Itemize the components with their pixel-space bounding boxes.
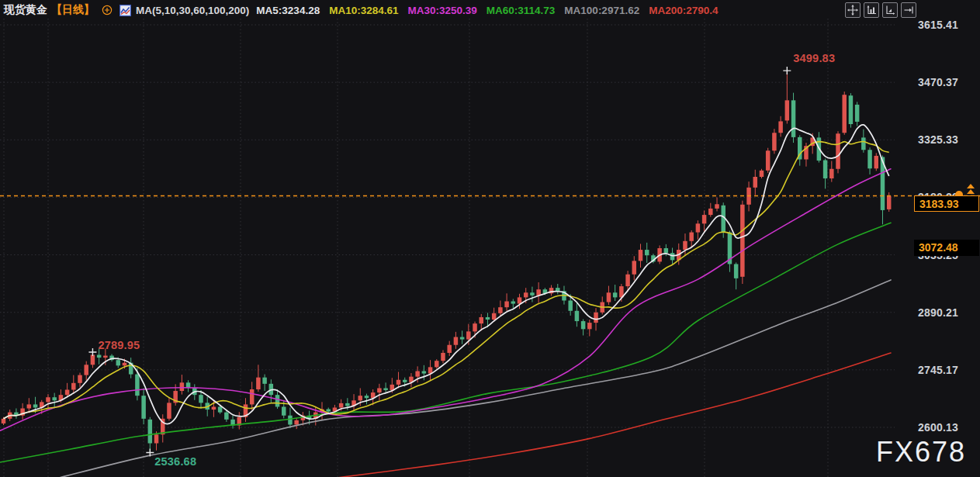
candle-body (632, 261, 637, 274)
candle-body (154, 434, 159, 443)
candle-body (447, 345, 452, 353)
candle-body (492, 313, 497, 320)
candle-body (27, 404, 32, 408)
double-up-arrow-icon[interactable] (967, 184, 976, 195)
candle-body (383, 388, 388, 390)
candle-body (613, 292, 618, 297)
axis-price-label: 3615.41 (918, 19, 958, 31)
candle-body (46, 397, 50, 402)
candle-body (103, 356, 108, 358)
candle-body (97, 355, 101, 358)
candle-body (326, 410, 331, 412)
candle-body (454, 337, 459, 345)
secondary-price-label: 3072.48 (914, 240, 979, 256)
candle-body (212, 406, 216, 410)
candle-body (422, 371, 427, 373)
candle-body (842, 95, 847, 133)
candle-body (670, 253, 675, 260)
candle-body (167, 403, 171, 418)
candle-body (664, 248, 669, 253)
candle-body (135, 375, 140, 396)
candle-body (867, 150, 872, 168)
candle-body (282, 406, 286, 415)
candle-body (594, 313, 598, 323)
candle-body (581, 321, 586, 329)
candle-body (294, 420, 299, 425)
candle-body (855, 105, 860, 122)
candle-body (415, 371, 420, 376)
candle-body (715, 204, 719, 209)
candle-body (473, 323, 477, 331)
candle-body (460, 337, 465, 340)
candle-body (498, 307, 503, 313)
candle-body (772, 133, 777, 150)
candle-body (740, 205, 745, 277)
ma-legend-item: MA200:2790.4 (649, 5, 718, 16)
candle-body (760, 171, 764, 177)
axis-scale-left-icon[interactable] (864, 2, 879, 18)
candle-body (696, 223, 701, 232)
candle-body (91, 355, 95, 365)
candle-body (180, 382, 185, 391)
ma-legend: MA5:3234.28MA10:3284.61MA30:3250.39MA60:… (256, 5, 718, 16)
candle-body (2, 419, 6, 423)
candle-body (734, 264, 739, 278)
axis-price-label: 3325.33 (918, 133, 958, 146)
watermark: FX678 (876, 436, 966, 468)
axis-price-label: 2890.21 (918, 306, 958, 319)
candle-body (829, 169, 834, 178)
candle-body (218, 406, 223, 412)
line-chart-icon[interactable] (119, 5, 131, 16)
candle-body (148, 420, 153, 444)
candle-body (250, 389, 255, 404)
candle-body (441, 353, 445, 361)
candle-body (504, 302, 509, 308)
candle-body (52, 397, 57, 400)
ma-line-ma100 (54, 280, 891, 477)
candle-body (141, 396, 146, 419)
pan-icon[interactable] (845, 2, 861, 18)
candle-body (645, 250, 649, 255)
candle-body (708, 209, 713, 215)
candle-body (689, 233, 694, 241)
price-marker-dome-icon[interactable] (955, 191, 963, 195)
jump-to-latest-icon[interactable] (901, 2, 916, 18)
candle-body (524, 292, 528, 297)
candle-body (78, 375, 82, 383)
price-axis[interactable]: 2600.132745.172890.213035.253180.293325.… (914, 0, 980, 477)
axis-scale-right-icon[interactable] (882, 2, 898, 18)
candle-body (377, 388, 382, 392)
ma-summary-label: MA(5,10,30,60,100,200) (136, 5, 249, 16)
candle-body (199, 395, 203, 403)
candle-body (823, 161, 828, 179)
candle-body (778, 121, 783, 133)
candle-body (358, 396, 363, 400)
timeframe-label[interactable]: 【日线】 (51, 3, 95, 17)
ma-legend-item: MA30:3250.39 (407, 5, 476, 16)
candle-body (568, 300, 573, 310)
candle-body (486, 317, 490, 320)
candle-body (256, 378, 261, 389)
candle-body (530, 292, 535, 296)
trading-chart-window: 现货黄金 【日线】 MA(5,10,30,60,100,200) MA5:323… (0, 0, 980, 477)
add-indicator-icon[interactable] (102, 5, 113, 16)
ma-legend-item: MA100:2971.62 (564, 5, 639, 16)
chart-legend: 现货黄金 【日线】 MA(5,10,30,60,100,200) MA5:323… (4, 2, 719, 19)
candle-body (224, 413, 229, 420)
price-extreme-label: 3499.83 (793, 52, 835, 64)
ma-legend-item: MA60:3114.73 (487, 5, 556, 16)
price-chart-canvas[interactable] (0, 0, 980, 477)
candle-body (365, 396, 369, 398)
candle-body (116, 360, 121, 365)
candle-body (397, 380, 401, 385)
axis-price-label: 3470.37 (918, 76, 958, 88)
candle-body (575, 311, 580, 321)
current-price-label: 3183.93 (914, 195, 979, 212)
ma-legend-item: MA10:3284.61 (329, 5, 398, 16)
candle-body (887, 196, 892, 209)
candle-body (836, 133, 840, 168)
candle-body (71, 383, 76, 390)
axis-price-label: 2600.13 (918, 421, 958, 434)
candle-body (480, 317, 484, 323)
candle-body (874, 156, 879, 168)
